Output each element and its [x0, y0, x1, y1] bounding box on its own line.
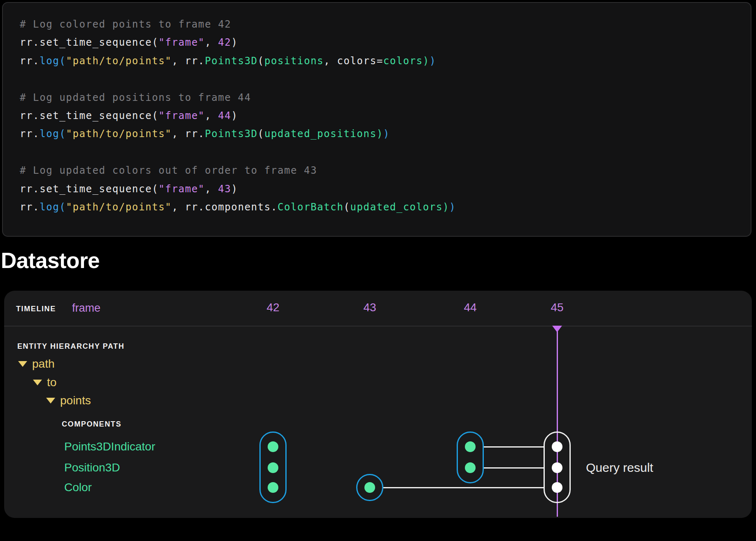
code-token: # Log colored points to frame 42 — [20, 19, 231, 30]
code-token: log( — [40, 128, 66, 140]
code-line: rr.set_time_sequence("frame", 44) — [20, 107, 742, 125]
code-token: ) — [443, 201, 449, 213]
code-token: ) — [429, 55, 436, 67]
code-line: rr.log("path/to/points", rr.Points3D(pos… — [20, 52, 742, 70]
component-dot-frame-44 — [465, 462, 476, 473]
code-token: ) — [231, 37, 238, 48]
code-line — [20, 143, 742, 161]
code-token: , — [205, 110, 218, 121]
code-line: rr.set_time_sequence("frame", 43) — [20, 180, 742, 198]
entity-hierarchy-label: ENTITY HIERARCHY PATH — [17, 342, 124, 351]
component-dot-frame-45 — [552, 441, 562, 452]
code-token: 43 — [218, 183, 231, 195]
frame-label-42: 42 — [266, 301, 279, 314]
tree-node-to[interactable]: to — [33, 375, 56, 389]
code-token: ) — [449, 201, 456, 213]
code-token: ( — [343, 201, 350, 213]
code-token: positions — [264, 55, 324, 67]
code-token: ( — [258, 55, 264, 67]
component-dot-frame-43 — [364, 482, 375, 493]
code-token: "path/to/points" — [66, 128, 172, 140]
connection-line — [484, 467, 544, 469]
timeline-label: TIMELINE — [16, 305, 56, 313]
code-token: rr. — [20, 55, 40, 67]
code-line: rr.set_time_sequence("frame", 42) — [20, 33, 742, 51]
code-token: ) — [231, 110, 238, 121]
chevron-down-icon[interactable] — [33, 380, 42, 385]
code-line — [20, 70, 742, 88]
timeline-divider — [4, 326, 752, 326]
components-label: COMPONENTS — [62, 420, 121, 429]
code-token: log( — [40, 201, 66, 213]
code-line: rr.log("path/to/points", rr.Points3D(upd… — [20, 125, 742, 143]
tree-node-label: to — [47, 376, 56, 389]
component-dot-frame-42 — [268, 482, 278, 493]
component-name-Points3DIndicator: Points3DIndicator — [64, 440, 155, 453]
code-token: rr. — [20, 128, 40, 140]
code-token: , rr.components. — [172, 201, 278, 213]
code-token: colors — [383, 55, 423, 67]
code-token: # Log updated positions to frame 44 — [20, 92, 251, 103]
code-token: ) — [423, 55, 429, 67]
code-token: ( — [258, 128, 264, 140]
connection-line — [484, 446, 544, 448]
tree-node-label: points — [60, 394, 91, 407]
code-snippet-panel: # Log colored points to frame 42rr.set_t… — [2, 2, 751, 237]
code-token: "frame" — [159, 183, 205, 195]
code-token: updated_positions — [264, 128, 377, 140]
code-token: ) — [383, 128, 390, 140]
query-result-annotation: Query result — [586, 461, 653, 475]
component-name-Color: Color — [64, 481, 92, 494]
tree-node-points[interactable]: points — [46, 394, 91, 408]
code-line: # Log updated positions to frame 44 — [20, 89, 742, 107]
chevron-down-icon[interactable] — [46, 398, 55, 403]
code-line: rr.log("path/to/points", rr.components.C… — [20, 198, 742, 216]
tree-node-path[interactable]: path — [18, 357, 55, 371]
component-dot-frame-42 — [268, 441, 278, 452]
code-token: ColorBatch — [278, 201, 344, 213]
code-token: , rr. — [172, 55, 205, 67]
component-dot-frame-45 — [552, 482, 562, 493]
code-token: updated_colors — [350, 201, 443, 213]
code-token: 42 — [218, 37, 231, 48]
component-name-Position3D: Position3D — [64, 461, 120, 474]
chevron-down-icon[interactable] — [18, 361, 27, 367]
code-token: # Log updated colors out of order to fra… — [20, 165, 317, 176]
tree-node-label: path — [32, 357, 55, 371]
frame-label-45: 45 — [551, 301, 563, 314]
code-lines: # Log colored points to frame 42rr.set_t… — [20, 15, 742, 216]
code-token: , colors= — [324, 55, 383, 67]
component-dot-frame-45 — [552, 462, 562, 473]
code-line: # Log colored points to frame 42 — [20, 15, 742, 33]
code-token: rr.set_time_sequence( — [20, 183, 159, 195]
code-token: , — [205, 183, 218, 195]
component-dot-frame-44 — [465, 441, 476, 452]
code-token: 44 — [218, 110, 231, 121]
timeline-name: frame — [72, 302, 100, 315]
connection-line — [383, 487, 544, 488]
page-title: Datastore — [1, 248, 100, 273]
code-token: "path/to/points" — [66, 201, 172, 213]
code-token: Points3D — [205, 128, 257, 140]
timeline-cursor[interactable] — [552, 326, 562, 332]
code-token: "frame" — [159, 110, 205, 121]
code-token: rr. — [20, 201, 40, 213]
code-token: ) — [377, 128, 383, 140]
code-token: log( — [40, 55, 66, 67]
frame-label-44: 44 — [464, 301, 476, 314]
code-token: , rr. — [172, 128, 205, 140]
capsule-frame-44 — [457, 431, 484, 483]
code-token: Points3D — [205, 55, 257, 67]
code-token: , — [205, 37, 218, 48]
code-token: rr.set_time_sequence( — [20, 37, 159, 48]
code-token: "path/to/points" — [66, 55, 172, 67]
code-line: # Log updated colors out of order to fra… — [20, 161, 742, 180]
code-token: rr.set_time_sequence( — [20, 110, 159, 121]
datastore-panel: TIMELINE frame 42434445 ENTITY HIERARCHY… — [4, 291, 752, 518]
code-token: "frame" — [159, 37, 205, 48]
code-token: ) — [231, 183, 238, 195]
component-dot-frame-42 — [268, 462, 278, 473]
frame-label-43: 43 — [363, 301, 376, 314]
